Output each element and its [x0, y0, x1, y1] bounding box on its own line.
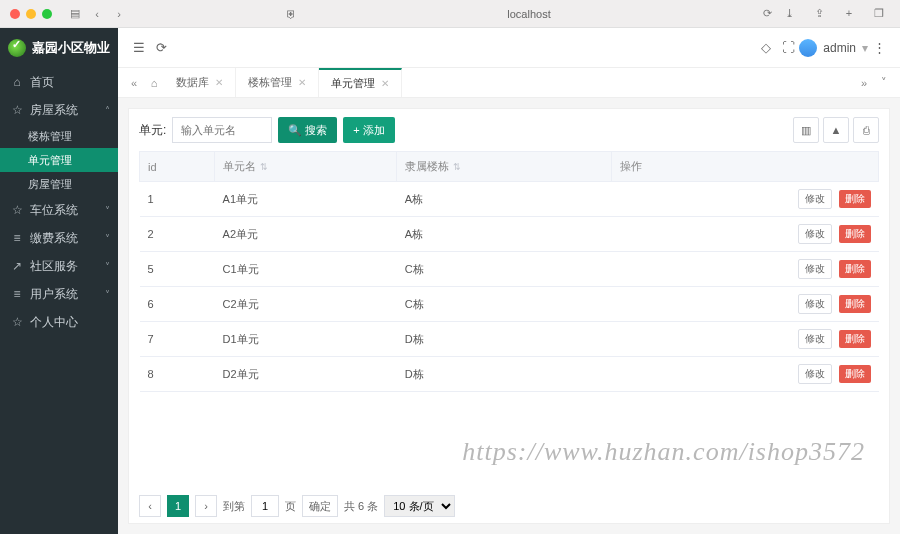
tab[interactable]: 单元管理✕ — [319, 68, 402, 97]
chevron-icon: ˅ — [105, 233, 110, 244]
table-row: 1 A1单元 A栋 修改 删除 — [140, 182, 879, 217]
sidebar-subitem[interactable]: 单元管理 — [0, 148, 118, 172]
delete-button[interactable]: 删除 — [839, 365, 871, 383]
columns-toggle-icon[interactable]: ▥ — [793, 117, 819, 143]
edit-button[interactable]: 修改 — [798, 259, 832, 279]
cell-name: A1单元 — [215, 182, 397, 217]
sidebar-item-label: 个人中心 — [30, 314, 78, 331]
sidebar-item[interactable]: ☆个人中心 — [0, 308, 118, 336]
shield-icon[interactable]: ⛨ — [284, 8, 298, 20]
tabs-icon[interactable]: ❐ — [872, 7, 886, 20]
export-icon[interactable]: ▲ — [823, 117, 849, 143]
page-next[interactable]: › — [195, 495, 217, 517]
sidebar-item[interactable]: ≡用户系统˅ — [0, 280, 118, 308]
traffic-lights — [10, 9, 52, 19]
sidebar-subitem[interactable]: 房屋管理 — [0, 172, 118, 196]
close-tab-icon[interactable]: ✕ — [381, 78, 389, 89]
avatar — [799, 39, 817, 57]
delete-button[interactable]: 删除 — [839, 295, 871, 313]
nav-forward-icon[interactable]: › — [112, 8, 126, 20]
col-op: 操作 — [611, 152, 878, 182]
search-button-label: 搜索 — [305, 123, 327, 138]
unit-name-input[interactable] — [172, 117, 272, 143]
sidebar-item[interactable]: ↗社区服务˅ — [0, 252, 118, 280]
col-id[interactable]: id — [140, 152, 215, 182]
delete-button[interactable]: 删除 — [839, 190, 871, 208]
user-menu[interactable]: admin ▾ — [799, 39, 868, 57]
tab-home-icon[interactable]: ⌂ — [144, 68, 164, 97]
page-confirm-button[interactable]: 确定 — [302, 495, 338, 517]
page-suffix: 页 — [285, 499, 296, 514]
tabs-scroll-left-icon[interactable]: « — [124, 68, 144, 97]
search-button[interactable]: 🔍 搜索 — [278, 117, 337, 143]
share-icon[interactable]: ⇪ — [812, 7, 826, 20]
cell-ops: 修改 删除 — [611, 357, 878, 392]
edit-button[interactable]: 修改 — [798, 294, 832, 314]
col-building[interactable]: 隶属楼栋⇅ — [397, 152, 611, 182]
page-number[interactable]: 1 — [167, 495, 189, 517]
page-prev[interactable]: ‹ — [139, 495, 161, 517]
table-row: 8 D2单元 D栋 修改 删除 — [140, 357, 879, 392]
tab[interactable]: 数据库✕ — [164, 68, 236, 97]
nav-icon: ⌂ — [10, 75, 24, 89]
sidebar-item[interactable]: ☆车位系统˅ — [0, 196, 118, 224]
username: admin — [823, 41, 856, 55]
tab[interactable]: 楼栋管理✕ — [236, 68, 319, 97]
refresh-icon[interactable]: ⟳ — [150, 40, 172, 55]
close-tab-icon[interactable]: ✕ — [298, 77, 306, 88]
sidebar-subitem[interactable]: 楼栋管理 — [0, 124, 118, 148]
close-window-icon[interactable] — [10, 9, 20, 19]
edit-button[interactable]: 修改 — [798, 364, 832, 384]
minimize-window-icon[interactable] — [26, 9, 36, 19]
nav-icon: ≡ — [10, 287, 24, 301]
sidebar-item[interactable]: ⌂首页 — [0, 68, 118, 96]
page-input[interactable] — [251, 495, 279, 517]
total-label: 共 6 条 — [344, 499, 378, 514]
new-tab-icon[interactable]: + — [842, 7, 856, 20]
tabs-bar: « ⌂ 数据库✕楼栋管理✕单元管理✕ » ˅ — [118, 68, 900, 98]
main: ☰ ⟳ ◇ ⛶ admin ▾ ⋮ « ⌂ 数据库✕楼栋管理✕单元管理✕ » ˅… — [118, 28, 900, 534]
table-row: 5 C1单元 C栋 修改 删除 — [140, 252, 879, 287]
cell-ops: 修改 删除 — [611, 322, 878, 357]
edit-button[interactable]: 修改 — [798, 189, 832, 209]
sidebar-item[interactable]: ☆房屋系统˄ — [0, 96, 118, 124]
table-row: 7 D1单元 D栋 修改 删除 — [140, 322, 879, 357]
tag-icon[interactable]: ◇ — [755, 40, 777, 55]
tabs-dropdown-icon[interactable]: ˅ — [874, 68, 894, 97]
chrome-right-icons: ⤓ ⇪ + ❐ — [778, 7, 890, 20]
delete-button[interactable]: 删除 — [839, 260, 871, 278]
sidebar-item-label: 社区服务 — [30, 258, 78, 275]
delete-button[interactable]: 删除 — [839, 330, 871, 348]
edit-button[interactable]: 修改 — [798, 224, 832, 244]
tab-label: 数据库 — [176, 75, 209, 90]
data-table: id 单元名⇅ 隶属楼栋⇅ 操作 1 A1单元 A栋 修改 删除 2 A2单元 … — [139, 151, 879, 392]
cell-id: 7 — [140, 322, 215, 357]
more-icon[interactable]: ⋮ — [868, 40, 890, 55]
cell-id: 2 — [140, 217, 215, 252]
browser-chrome: ▤ ‹ › ⛨ localhost ⟳ ⤓ ⇪ + ❐ — [0, 0, 900, 28]
sidebar-item-label: 用户系统 — [30, 286, 78, 303]
nav-back-icon[interactable]: ‹ — [90, 8, 104, 20]
fullscreen-icon[interactable]: ⛶ — [777, 40, 799, 55]
col-name[interactable]: 单元名⇅ — [215, 152, 397, 182]
cell-building: C栋 — [397, 252, 611, 287]
maximize-window-icon[interactable] — [42, 9, 52, 19]
tabs-scroll-right-icon[interactable]: » — [854, 68, 874, 97]
print-icon[interactable]: ⎙ — [853, 117, 879, 143]
cell-building: A栋 — [397, 182, 611, 217]
sidebar-item[interactable]: ≡缴费系统˅ — [0, 224, 118, 252]
close-tab-icon[interactable]: ✕ — [215, 77, 223, 88]
address-bar[interactable]: localhost — [302, 8, 756, 20]
page-size-select[interactable]: 10 条/页 — [384, 495, 455, 517]
menu-toggle-icon[interactable]: ☰ — [128, 40, 150, 55]
reload-icon[interactable]: ⟳ — [760, 7, 774, 20]
cell-building: D栋 — [397, 322, 611, 357]
sort-icon: ⇅ — [453, 162, 461, 172]
brand-logo-icon — [8, 39, 26, 57]
edit-button[interactable]: 修改 — [798, 329, 832, 349]
table-row: 6 C2单元 C栋 修改 删除 — [140, 287, 879, 322]
add-button[interactable]: + 添加 — [343, 117, 394, 143]
sidebar-toggle-icon[interactable]: ▤ — [68, 7, 82, 20]
download-icon[interactable]: ⤓ — [782, 7, 796, 20]
delete-button[interactable]: 删除 — [839, 225, 871, 243]
